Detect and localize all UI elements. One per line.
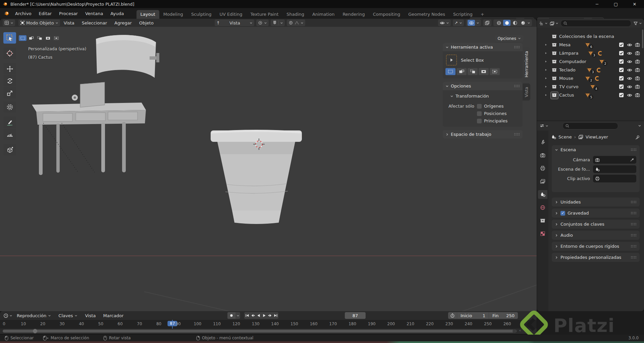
- select-invert-button[interactable]: [44, 35, 52, 41]
- expand-arrow-icon[interactable]: [544, 52, 547, 55]
- overlays-dropdown[interactable]: [466, 19, 481, 26]
- expand-arrow-icon[interactable]: [544, 68, 547, 71]
- panel-grip[interactable]: [514, 84, 520, 88]
- camera-field[interactable]: [593, 156, 636, 164]
- active-clip-field[interactable]: [593, 175, 636, 182]
- proportional-editing[interactable]: [287, 19, 305, 26]
- snap-selector[interactable]: [271, 19, 285, 26]
- camera-icon[interactable]: [635, 76, 640, 81]
- eye-icon[interactable]: [627, 67, 632, 73]
- eye-icon[interactable]: [627, 93, 632, 98]
- mode-selector[interactable]: Modo Objeto: [18, 19, 60, 26]
- solid-shading-button[interactable]: [503, 20, 511, 26]
- panel-gravedad[interactable]: ✓ Gravedad: [552, 209, 640, 218]
- keying-dropdown[interactable]: [235, 312, 240, 319]
- panel-cuerpos-rigidos[interactable]: Entorno de cuerpos rígidos: [552, 242, 640, 251]
- jump-to-end-button[interactable]: [273, 312, 278, 319]
- auto-keying-button[interactable]: [227, 312, 235, 319]
- panel-grip[interactable]: [514, 46, 520, 49]
- outliner-search-input[interactable]: [560, 20, 631, 27]
- tab-geometry-nodes[interactable]: Geometry Nodes: [404, 10, 449, 19]
- outliner-filter-button[interactable]: [633, 21, 642, 26]
- tab-texture-properties[interactable]: [538, 229, 547, 238]
- tab-vista[interactable]: Vista: [523, 83, 530, 101]
- mode-invert-button[interactable]: [479, 68, 489, 75]
- panel-unidades[interactable]: Unidades: [552, 197, 640, 207]
- timeline-ruler[interactable]: 87 0102030405060708090100110120130140150…: [0, 320, 537, 329]
- eye-icon[interactable]: [627, 84, 632, 90]
- tab-viewlayer-properties[interactable]: [538, 177, 547, 186]
- close-button[interactable]: ✕: [625, 0, 644, 8]
- menu-reproduccion[interactable]: Reproducción: [14, 313, 54, 318]
- tv-curvo-object[interactable]: [96, 35, 159, 78]
- frame-start-field[interactable]: Inicio 1: [457, 312, 489, 319]
- menu-ayuda[interactable]: Ayuda: [107, 11, 127, 16]
- visibility-dropdown[interactable]: [438, 19, 451, 26]
- expand-arrow-icon[interactable]: [544, 43, 547, 46]
- tab-modeling[interactable]: Modeling: [159, 10, 187, 19]
- collection-row-computador[interactable]: Computador 2: [537, 57, 644, 66]
- properties-editor-type-button[interactable]: [540, 123, 548, 128]
- camera-icon[interactable]: [635, 51, 640, 56]
- play-button[interactable]: [261, 312, 267, 319]
- outliner-scrollbar[interactable]: [642, 30, 643, 48]
- posiciones-checkbox[interactable]: [477, 111, 482, 116]
- menu-procesar[interactable]: Procesar: [55, 11, 82, 16]
- tab-herramienta[interactable]: Herramienta: [523, 48, 530, 81]
- eye-icon[interactable]: [627, 76, 632, 81]
- background-scene-field[interactable]: [593, 165, 636, 173]
- timeline-editor-type-button[interactable]: [3, 313, 12, 318]
- menu-archivo[interactable]: Archivo: [11, 11, 35, 16]
- chevron-down-icon[interactable]: [638, 124, 641, 127]
- camera-icon[interactable]: [635, 59, 640, 64]
- menu-vista-timeline[interactable]: Vista: [82, 313, 99, 318]
- menu-editar[interactable]: Editar: [35, 11, 56, 16]
- properties-search-input[interactable]: [562, 122, 618, 129]
- menu-seleccionar[interactable]: Seleccionar: [78, 20, 111, 25]
- tab-output-properties[interactable]: [538, 164, 547, 173]
- panel-grip[interactable]: [631, 212, 637, 215]
- checkbox-icon[interactable]: [619, 67, 624, 72]
- select-subtract-button[interactable]: [36, 35, 43, 41]
- tab-texture-paint[interactable]: Texture Paint: [246, 10, 282, 19]
- options-panel-header[interactable]: Opciones: [443, 82, 523, 90]
- eyedropper-icon[interactable]: [630, 158, 634, 162]
- timeline-scrollbar[interactable]: ‹: [0, 329, 537, 334]
- gizmos-dropdown[interactable]: ↗: [453, 19, 464, 26]
- eye-icon[interactable]: [627, 59, 632, 64]
- checkbox-icon[interactable]: [619, 76, 624, 81]
- select-box-tool[interactable]: [3, 32, 16, 44]
- mesa-object[interactable]: [32, 82, 146, 175]
- breadcrumb-scene[interactable]: Scene: [558, 134, 572, 139]
- mode-subtract-button[interactable]: [468, 68, 478, 75]
- mode-extend-button[interactable]: [457, 68, 467, 75]
- orientation-selector[interactable]: ↑ Vista: [215, 19, 254, 26]
- camera-icon[interactable]: [635, 93, 640, 98]
- active-tool-panel-header[interactable]: Herramienta activa: [443, 43, 523, 51]
- play-reverse-button[interactable]: [256, 312, 261, 319]
- breadcrumb-viewlayer[interactable]: ViewLayer: [586, 134, 608, 139]
- menu-vista[interactable]: Vista: [60, 20, 78, 25]
- camera-icon[interactable]: [635, 42, 640, 47]
- move-tool[interactable]: [3, 63, 16, 74]
- prev-keyframe-button[interactable]: [250, 312, 256, 319]
- expand-arrow-icon[interactable]: [544, 60, 547, 63]
- expand-arrow-icon[interactable]: [544, 85, 547, 88]
- frame-end-field[interactable]: Fin 250: [489, 312, 518, 319]
- pivot-selector[interactable]: [256, 19, 269, 26]
- outliner-display-mode-button[interactable]: [550, 21, 558, 26]
- scene-collection-row[interactable]: Colecciones de la escena: [537, 32, 644, 41]
- select-new-button[interactable]: [19, 35, 26, 41]
- collection-row-mesa[interactable]: Mesa 6: [537, 41, 644, 49]
- next-keyframe-button[interactable]: [267, 312, 273, 319]
- eye-icon[interactable]: [627, 51, 632, 56]
- blender-menu-icon[interactable]: [3, 10, 9, 16]
- maximize-button[interactable]: ▢: [606, 0, 625, 8]
- tab-uv-editing[interactable]: UV Editing: [216, 10, 247, 19]
- material-shading-button[interactable]: [511, 20, 519, 26]
- scrollbar-knob[interactable]: [513, 329, 516, 333]
- options-button[interactable]: Opciones: [495, 35, 523, 42]
- panel-audio[interactable]: Audio: [552, 231, 640, 240]
- panel-grip[interactable]: [514, 133, 520, 136]
- gravedad-checkbox[interactable]: ✓: [560, 211, 565, 216]
